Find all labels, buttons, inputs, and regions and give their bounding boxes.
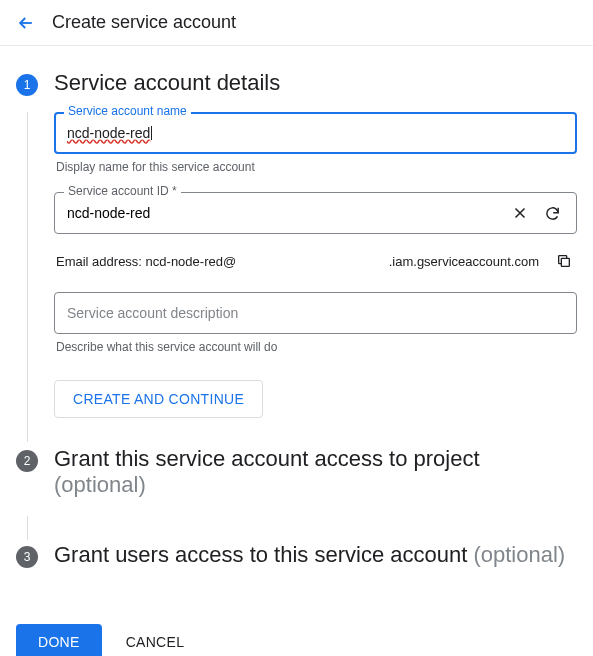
- description-field-helper: Describe what this service account will …: [56, 340, 577, 354]
- email-suffix: .iam.gserviceaccount.com: [389, 254, 539, 269]
- done-button[interactable]: DONE: [16, 624, 102, 656]
- email-prefix: Email address: ncd-node-red@: [56, 254, 236, 269]
- name-input-value: ncd-node-red: [67, 125, 150, 141]
- refresh-icon[interactable]: [536, 197, 568, 229]
- copy-icon[interactable]: [551, 248, 577, 274]
- step-1-indicator: 1: [16, 74, 38, 96]
- svg-rect-0: [561, 258, 569, 266]
- create-and-continue-button[interactable]: CREATE AND CONTINUE: [54, 380, 263, 418]
- service-account-description-input[interactable]: [54, 292, 577, 334]
- clear-icon[interactable]: [504, 197, 536, 229]
- step-1-title: Service account details: [54, 70, 577, 96]
- page-title: Create service account: [52, 12, 236, 33]
- id-field-label: Service account ID *: [64, 184, 181, 198]
- step-2-indicator[interactable]: 2: [16, 450, 38, 472]
- back-arrow-icon[interactable]: [16, 13, 36, 33]
- name-field-helper: Display name for this service account: [56, 160, 577, 174]
- service-account-id-input[interactable]: [67, 193, 504, 233]
- service-account-name-input[interactable]: ncd-node-red: [54, 112, 577, 154]
- step-3-indicator[interactable]: 3: [16, 546, 38, 568]
- step-2-title: Grant this service account access to pro…: [54, 446, 577, 498]
- name-field-label: Service account name: [64, 104, 191, 118]
- step-3-title: Grant users access to this service accou…: [54, 542, 577, 568]
- cancel-button[interactable]: CANCEL: [126, 634, 185, 650]
